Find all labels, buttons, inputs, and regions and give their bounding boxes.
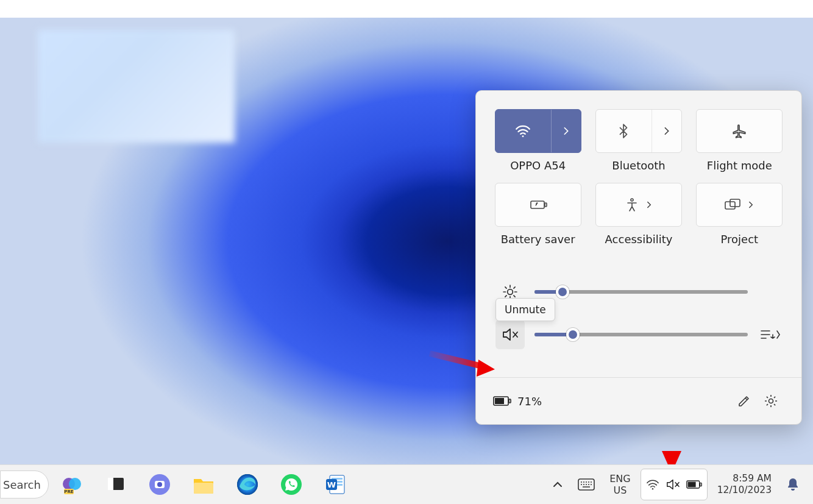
tile-flightmode: Flight mode <box>695 109 784 172</box>
bluetooth-expand[interactable] <box>652 110 681 152</box>
quick-settings-grid: OPPO A54 Bluetooth <box>476 91 801 250</box>
speaker-muted-icon <box>502 327 519 342</box>
svg-point-6 <box>508 289 513 295</box>
bluetooth-icon <box>619 124 628 138</box>
flightmode-button[interactable] <box>696 109 783 153</box>
language-text: ENG US <box>609 473 630 496</box>
svg-rect-9 <box>495 398 504 404</box>
tray-overflow[interactable] <box>547 469 568 500</box>
edge-icon[interactable] <box>233 470 262 499</box>
svg-text:PRE: PRE <box>64 489 74 494</box>
panel-footer: 71% <box>476 377 801 424</box>
tile-battery-saver: Battery saver <box>493 183 583 246</box>
svg-point-0 <box>522 135 524 137</box>
project-icon <box>724 198 741 211</box>
svg-point-22 <box>237 474 258 495</box>
keyboard-icon <box>578 478 595 491</box>
chevron-up-icon <box>552 481 563 488</box>
wifi-icon <box>515 124 531 138</box>
chevron-right-icon <box>645 201 653 208</box>
brightness-thumb[interactable] <box>556 285 569 299</box>
taskbar-pinned: PRE W <box>57 464 350 504</box>
chevron-right-icon <box>562 127 570 135</box>
volume-slider[interactable] <box>534 333 748 336</box>
svg-point-12 <box>69 478 81 490</box>
browser-whitespace <box>0 0 813 18</box>
project-button[interactable] <box>696 183 783 227</box>
mute-toggle-button[interactable] <box>495 320 525 349</box>
clock-text: 8:59 AM 12/10/2023 <box>717 473 772 496</box>
search-placeholder: Search <box>3 478 41 491</box>
quick-settings-panel: OPPO A54 Bluetooth <box>475 90 802 425</box>
flightmode-label: Flight mode <box>707 159 772 172</box>
system-tray: ENG US 8:59 AM <box>547 464 804 504</box>
battery-saver-icon <box>529 199 547 211</box>
notifications-button[interactable] <box>781 469 804 500</box>
svg-rect-2 <box>545 203 547 207</box>
volume-row: Unmute <box>495 320 782 349</box>
settings-button[interactable] <box>758 388 784 414</box>
svg-rect-1 <box>531 201 544 208</box>
wifi-icon <box>646 479 659 490</box>
tile-bluetooth: Bluetooth <box>594 109 683 172</box>
bluetooth-button[interactable] <box>595 109 682 153</box>
search-box[interactable]: Search <box>0 470 49 499</box>
airplane-icon <box>731 124 747 138</box>
sliders-section: Unmute <box>476 250 801 377</box>
file-explorer-icon[interactable] <box>189 470 218 499</box>
project-label: Project <box>721 233 759 246</box>
taskview-icon[interactable] <box>101 470 130 499</box>
language-button[interactable]: ENG US <box>605 469 635 500</box>
svg-rect-34 <box>687 481 695 487</box>
wifi-expand[interactable] <box>552 110 581 152</box>
speaker-muted-icon <box>666 478 680 491</box>
bluetooth-toggle[interactable] <box>596 110 652 152</box>
tile-accessibility: Accessibility <box>594 183 683 246</box>
chevron-right-icon <box>747 201 754 208</box>
volume-output-button[interactable] <box>758 327 782 342</box>
bluetooth-label: Bluetooth <box>612 159 665 172</box>
svg-point-10 <box>769 399 773 403</box>
battery-text: 71% <box>517 395 542 408</box>
touch-keyboard-button[interactable] <box>573 469 600 500</box>
pencil-icon <box>737 394 751 408</box>
tile-wifi: OPPO A54 <box>493 109 583 172</box>
taskbar: Search PRE W <box>0 464 813 504</box>
wifi-toggle[interactable] <box>495 110 552 152</box>
quick-settings-tray-button[interactable] <box>641 469 708 500</box>
volume-thumb[interactable] <box>566 328 580 341</box>
battery-saver-label: Battery saver <box>501 233 575 246</box>
chevron-right-icon <box>662 127 671 135</box>
bell-icon <box>786 477 800 492</box>
whatsapp-icon[interactable] <box>277 470 306 499</box>
teams-icon[interactable] <box>145 470 174 499</box>
unmute-tooltip: Unmute <box>495 298 555 321</box>
blurred-region <box>38 30 235 143</box>
svg-rect-33 <box>700 483 701 486</box>
svg-point-19 <box>157 482 162 487</box>
battery-icon <box>493 396 511 406</box>
accessibility-button[interactable] <box>595 183 682 227</box>
accessibility-label: Accessibility <box>605 233 673 246</box>
svg-rect-16 <box>108 478 113 490</box>
svg-point-3 <box>631 199 633 201</box>
battery-saver-button[interactable] <box>495 183 581 227</box>
svg-point-31 <box>651 488 653 489</box>
edit-button[interactable] <box>731 388 758 414</box>
wifi-button[interactable] <box>495 109 581 153</box>
gear-icon <box>764 394 778 408</box>
svg-rect-8 <box>509 399 511 403</box>
tile-project: Project <box>695 183 784 246</box>
accessibility-icon <box>625 197 639 212</box>
sound-output-icon <box>759 327 781 342</box>
svg-rect-20 <box>194 483 213 494</box>
clock-button[interactable]: 8:59 AM 12/10/2023 <box>712 469 776 500</box>
battery-icon <box>686 480 702 489</box>
wifi-label: OPPO A54 <box>510 159 566 172</box>
svg-text:W: W <box>327 480 336 489</box>
brightness-slider[interactable] <box>534 290 748 294</box>
copilot-icon[interactable]: PRE <box>57 470 87 499</box>
word-icon[interactable]: W <box>321 470 350 499</box>
